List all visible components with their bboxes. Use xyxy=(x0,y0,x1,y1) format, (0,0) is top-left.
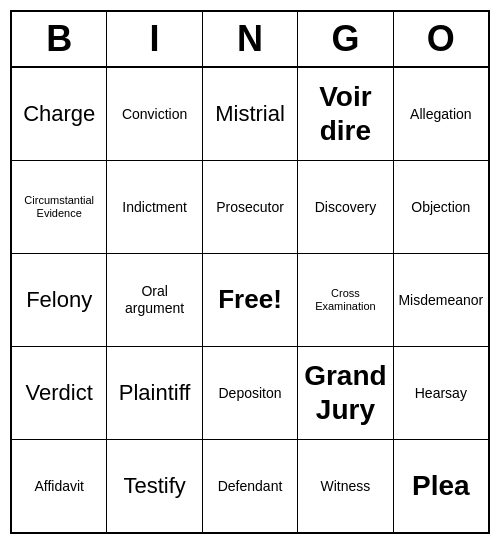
bingo-cell: Prosecutor xyxy=(203,161,298,253)
bingo-cell: Discovery xyxy=(298,161,393,253)
bingo-cell: Defendant xyxy=(203,440,298,532)
bingo-cell: Allegation xyxy=(394,68,488,160)
bingo-cell: Charge xyxy=(12,68,107,160)
bingo-cell: Plea xyxy=(394,440,488,532)
bingo-row: AffidavitTestifyDefendantWitnessPlea xyxy=(12,440,488,532)
bingo-row: ChargeConvictionMistrialVoir direAllegat… xyxy=(12,68,488,161)
bingo-header: BINGO xyxy=(12,12,488,68)
bingo-cell: Free! xyxy=(203,254,298,346)
bingo-cell: Grand Jury xyxy=(298,347,393,439)
bingo-cell: Indictment xyxy=(107,161,202,253)
header-letter: G xyxy=(298,12,393,66)
bingo-cell: Plaintiff xyxy=(107,347,202,439)
bingo-cell: Voir dire xyxy=(298,68,393,160)
bingo-cell: Misdemeanor xyxy=(394,254,488,346)
bingo-cell: Conviction xyxy=(107,68,202,160)
header-letter: I xyxy=(107,12,202,66)
bingo-cell: Witness xyxy=(298,440,393,532)
bingo-cell: Affidavit xyxy=(12,440,107,532)
bingo-cell: Felony xyxy=(12,254,107,346)
bingo-row: VerdictPlaintiffDepositonGrand JuryHears… xyxy=(12,347,488,440)
bingo-cell: Circumstantial Evidence xyxy=(12,161,107,253)
bingo-cell: Testify xyxy=(107,440,202,532)
header-letter: N xyxy=(203,12,298,66)
bingo-cell: Hearsay xyxy=(394,347,488,439)
bingo-body: ChargeConvictionMistrialVoir direAllegat… xyxy=(12,68,488,532)
bingo-cell: Oral argument xyxy=(107,254,202,346)
header-letter: B xyxy=(12,12,107,66)
bingo-cell: Verdict xyxy=(12,347,107,439)
bingo-cell: Mistrial xyxy=(203,68,298,160)
bingo-row: Circumstantial EvidenceIndictmentProsecu… xyxy=(12,161,488,254)
bingo-cell: Objection xyxy=(394,161,488,253)
header-letter: O xyxy=(394,12,488,66)
bingo-cell: Depositon xyxy=(203,347,298,439)
bingo-cell: Cross Examination xyxy=(298,254,393,346)
bingo-row: FelonyOral argumentFree!Cross Examinatio… xyxy=(12,254,488,347)
bingo-card: BINGO ChargeConvictionMistrialVoir direA… xyxy=(10,10,490,534)
